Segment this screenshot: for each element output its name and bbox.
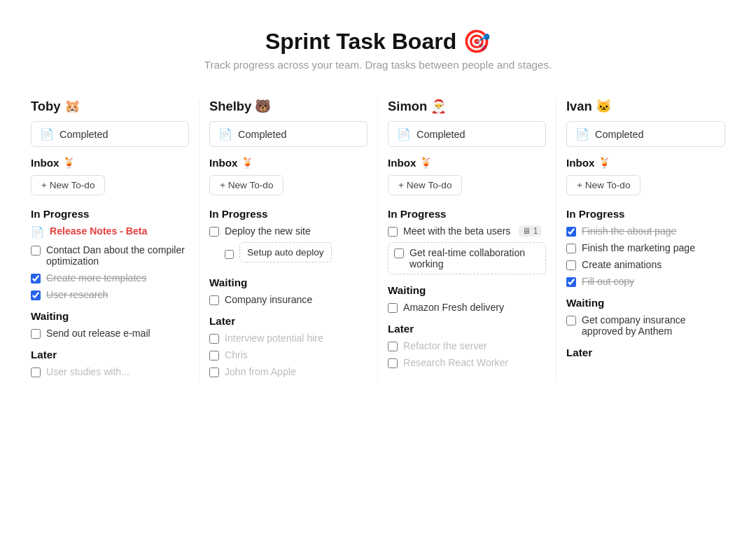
task-label: Amazon Fresh delivery [403,302,504,313]
task-checkbox[interactable] [31,274,41,284]
list-item: 📄Release Notes - Beta [31,225,189,239]
section-title-waiting: Waiting [566,297,725,309]
list-item: Research React Worker [388,357,546,368]
task-label: John from Apple [225,366,296,377]
task-label: Chris [225,349,248,360]
list-item: Meet with the beta users🖥 1 [388,225,546,237]
task-checkbox[interactable] [209,351,219,360]
task-wrapper: Finish the marketing page [566,242,725,253]
task-label: Get company insurance approved by Anthem [582,314,725,337]
doc-red-icon: 📄 [31,226,44,239]
doc-icon: 📄 [575,127,589,141]
task-wrapper: Meet with the beta users🖥 1 [388,225,546,237]
list-item: User research [31,289,189,300]
column-header-shelby: Shelby 🐻 [209,99,368,114]
list-item: Fill out copy [566,276,725,287]
task-label: Meet with the beta users [403,225,510,237]
task-label: Send out release e-mail [46,328,150,339]
doc-icon: 📄 [40,127,54,141]
section-title-in-progress: In Progress [566,208,725,220]
section-title-later: Later [566,346,725,358]
task-checkbox[interactable] [388,342,398,351]
task-checkbox[interactable] [31,246,41,255]
subtask-item: Setup auto deploy [225,242,368,267]
task-checkbox[interactable] [209,295,219,305]
task-checkbox[interactable] [209,334,219,344]
task-wrapper: Create more templates [31,272,189,284]
column-header-toby: Toby 🐹 [31,99,189,114]
completed-label: Completed [59,129,108,140]
task-label: Create animations [582,259,662,270]
page-subtitle: Track progress across your team. Drag ta… [0,59,756,71]
section-title-later: Later [388,323,546,335]
task-wrapper: Create animations [566,259,725,270]
task-wrapper: Company insurance [209,294,368,305]
task-checkbox[interactable] [566,260,576,270]
task-wrapper: Get real-time collaboration working [388,242,546,274]
new-todo-button[interactable]: + New To-do [566,175,640,195]
column-header-ivan: Ivan 🐱 [566,99,725,114]
list-item: Amazon Fresh delivery [388,302,546,313]
column-shelby: Shelby 🐻📄CompletedInbox 🍹+ New To-doIn P… [200,99,378,383]
section-title-later: Later [31,349,189,360]
list-item: John from Apple [209,366,368,377]
task-wrapper: Fill out copy [566,276,725,287]
list-item: Get real-time collaboration working [388,242,546,274]
inbox-title-ivan: Inbox 🍹 [566,157,725,169]
list-item: Get company insurance approved by Anthem [566,314,725,337]
column-simon: Simon 🎅📄CompletedInbox 🍹+ New To-doIn Pr… [378,99,556,383]
task-checkbox[interactable] [566,227,576,237]
list-item: Finish the about page [566,225,725,237]
task-label: Refactor the server [403,340,487,351]
list-item: Company insurance [209,294,368,305]
doc-icon: 📄 [397,127,411,141]
list-item: Contact Dan about the compiler optimizat… [31,244,189,267]
completed-card[interactable]: 📄Completed [31,121,189,147]
task-label: Get real-time collaboration working [410,247,540,270]
task-checkbox[interactable] [394,248,404,258]
task-label: User studies with... [46,366,130,377]
completed-label: Completed [238,129,287,140]
task-checkbox[interactable] [31,290,41,300]
task-label: Create more templates [46,272,146,284]
task-label: Research React Worker [403,357,508,368]
doc-icon: 📄 [218,127,232,141]
task-label: User research [46,289,108,300]
task-checkbox[interactable] [31,329,41,339]
task-wrapper: Get company insurance approved by Anthem [566,314,725,337]
page-title: Sprint Task Board 🎯 [0,28,756,55]
task-wrapper: Contact Dan about the compiler optimizat… [31,244,189,267]
task-checkbox[interactable] [388,303,398,313]
task-wrapper: Finish the about page [566,225,725,237]
completed-label: Completed [595,129,644,140]
inbox-title-toby: Inbox 🍹 [31,157,189,169]
task-checkbox[interactable] [209,227,219,237]
task-label: Release Notes - Beta [50,225,147,237]
task-checkbox[interactable] [388,358,398,368]
task-label: Finish the marketing page [582,242,695,253]
subtask-label: Setup auto deploy [247,247,324,258]
task-checkbox[interactable] [566,244,576,253]
task-label: Finish the about page [582,225,676,237]
subtask-card: Setup auto deploy [239,242,332,262]
task-wrapper: Amazon Fresh delivery [388,302,546,313]
completed-card[interactable]: 📄Completed [209,121,368,147]
task-checkbox[interactable] [31,368,41,377]
new-todo-button[interactable]: + New To-do [31,175,105,195]
list-item: User studies with... [31,366,189,377]
column-ivan: Ivan 🐱📄CompletedInbox 🍹+ New To-doIn Pro… [556,99,735,383]
list-item: Deploy the new site [209,225,368,237]
task-checkbox[interactable] [388,227,398,237]
new-todo-button[interactable]: + New To-do [209,175,284,195]
task-checkbox[interactable] [566,316,576,326]
completed-card[interactable]: 📄Completed [388,121,546,147]
subtask-checkbox[interactable] [225,250,234,259]
task-checkbox[interactable] [209,368,219,377]
list-item: Refactor the server [388,340,546,351]
task-label: Deploy the new site [225,225,311,237]
task-label: Company insurance [225,294,312,305]
task-checkbox[interactable] [566,277,576,287]
task-label: Interview potential hire [225,332,323,344]
completed-card[interactable]: 📄Completed [566,121,725,147]
new-todo-button[interactable]: + New To-do [388,175,462,195]
